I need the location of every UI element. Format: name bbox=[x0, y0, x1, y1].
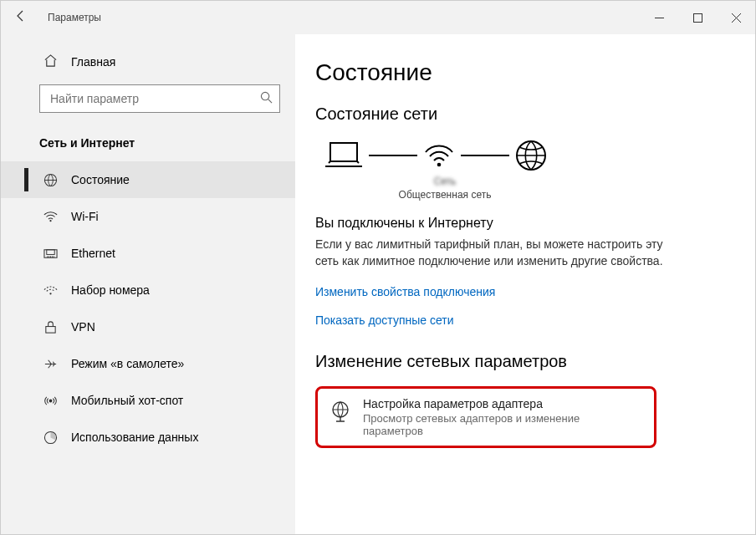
show-available-networks-link[interactable]: Показать доступные сети bbox=[315, 313, 454, 327]
vpn-icon bbox=[41, 319, 59, 334]
sidebar-section-title: Сеть и Интернет bbox=[1, 120, 295, 161]
sidebar-item-label: Главная bbox=[71, 55, 115, 69]
svg-point-13 bbox=[437, 163, 442, 167]
sidebar-item-status[interactable]: Состояние bbox=[1, 161, 295, 198]
svg-point-2 bbox=[261, 92, 268, 99]
hotspot-icon bbox=[41, 393, 59, 408]
sidebar: Главная Сеть и Интернет Состояние Wi-Fi bbox=[1, 34, 295, 534]
maximize-button[interactable] bbox=[678, 4, 717, 31]
sidebar-item-label: Набор номера bbox=[71, 283, 150, 297]
adapter-icon bbox=[329, 400, 351, 425]
sidebar-item-airplane[interactable]: Режим «в самолете» bbox=[1, 345, 295, 382]
home-icon bbox=[41, 54, 59, 70]
dialup-icon bbox=[41, 283, 59, 298]
back-button[interactable] bbox=[1, 9, 41, 27]
sidebar-item-label: Режим «в самолете» bbox=[71, 357, 184, 370]
svg-line-3 bbox=[268, 99, 272, 103]
sidebar-item-dialup[interactable]: Набор номера bbox=[1, 272, 295, 308]
sidebar-item-label: Мобильный хот-спот bbox=[71, 394, 183, 407]
sidebar-item-hotspot[interactable]: Мобильный хот-спот bbox=[1, 382, 295, 419]
sidebar-item-label: Ethernet bbox=[71, 247, 115, 260]
network-name: Сеть bbox=[315, 176, 575, 187]
search-input[interactable] bbox=[39, 84, 280, 113]
ethernet-icon bbox=[41, 246, 59, 261]
network-diagram bbox=[315, 139, 755, 172]
sidebar-item-home[interactable]: Главная bbox=[1, 46, 295, 78]
search-input-field[interactable] bbox=[49, 91, 260, 106]
connected-body: Если у вас лимитный тарифный план, вы мо… bbox=[315, 236, 667, 270]
change-network-params-title: Изменение сетевых параметров bbox=[315, 352, 755, 371]
wifi-icon bbox=[41, 209, 59, 224]
globe-icon bbox=[514, 139, 548, 172]
svg-rect-9 bbox=[45, 326, 54, 333]
svg-rect-7 bbox=[46, 250, 54, 255]
airplane-icon bbox=[41, 356, 59, 371]
svg-point-10 bbox=[49, 400, 52, 403]
connection-line bbox=[369, 155, 417, 156]
app-title: Параметры bbox=[41, 12, 101, 23]
svg-rect-1 bbox=[693, 13, 702, 22]
sidebar-item-data-usage[interactable]: Использование данных bbox=[1, 419, 295, 456]
svg-rect-12 bbox=[330, 143, 357, 161]
search-icon bbox=[260, 91, 273, 106]
content: Состояние Состояние сети Сеть Общественн… bbox=[295, 34, 755, 534]
minimize-button[interactable] bbox=[640, 4, 678, 31]
adapter-card-desc: Просмотр сетевых адаптеров и изменение п… bbox=[363, 412, 642, 437]
sidebar-item-wifi[interactable]: Wi-Fi bbox=[1, 198, 295, 235]
sidebar-item-label: VPN bbox=[71, 320, 95, 334]
globe-icon bbox=[41, 172, 59, 187]
sidebar-item-label: Состояние bbox=[71, 173, 130, 186]
connected-title: Вы подключены к Интернету bbox=[315, 216, 755, 231]
page-title: Состояние bbox=[315, 59, 755, 86]
network-type: Общественная сеть bbox=[315, 189, 575, 201]
adapter-card-title: Настройка параметров адаптера bbox=[363, 397, 642, 410]
sidebar-item-vpn[interactable]: VPN bbox=[1, 308, 295, 345]
wifi-icon bbox=[422, 140, 456, 171]
change-connection-props-link[interactable]: Изменить свойства подключения bbox=[315, 285, 495, 298]
titlebar: Параметры bbox=[1, 1, 755, 34]
sidebar-item-label: Использование данных bbox=[71, 431, 198, 444]
sidebar-item-label: Wi-Fi bbox=[71, 210, 99, 223]
svg-point-8 bbox=[49, 293, 51, 294]
sidebar-item-ethernet[interactable]: Ethernet bbox=[1, 235, 295, 272]
data-icon bbox=[41, 430, 59, 445]
network-status-title: Состояние сети bbox=[315, 104, 755, 124]
laptop-icon bbox=[324, 140, 364, 171]
svg-point-5 bbox=[49, 220, 51, 222]
connection-line bbox=[461, 155, 509, 156]
adapter-settings-card[interactable]: Настройка параметров адаптера Просмотр с… bbox=[315, 386, 656, 448]
close-button[interactable] bbox=[717, 4, 755, 31]
